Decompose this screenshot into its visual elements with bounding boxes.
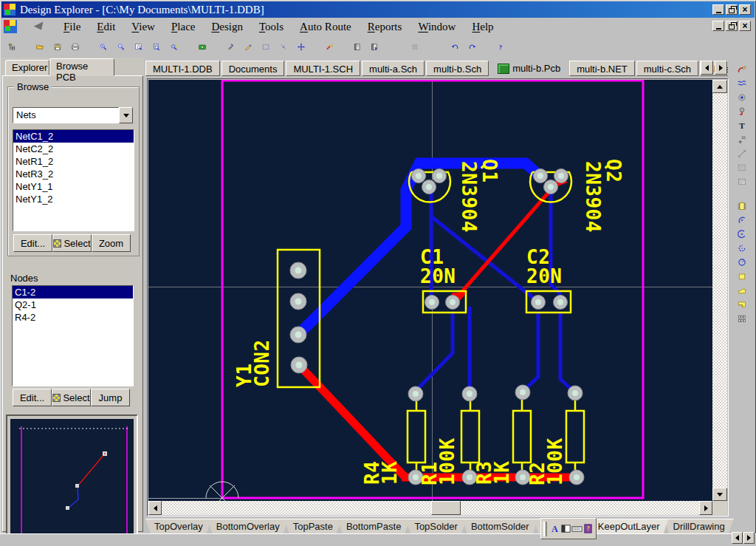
browse-mode-select[interactable]: Nets <box>13 107 133 123</box>
layer-tab[interactable]: DrillDrawing <box>664 519 734 533</box>
layer-tab[interactable]: TopSolder <box>405 519 467 533</box>
node-action-button[interactable]: Select <box>52 389 91 406</box>
doc-tabs-scroll-right-button[interactable] <box>715 61 727 75</box>
explorer-panel-toggle-icon[interactable] <box>3 38 21 55</box>
interactive-routing-icon[interactable] <box>733 62 751 76</box>
layer-tab[interactable]: BottomOverlay <box>207 519 289 533</box>
horizontal-scroll-track[interactable] <box>162 501 699 515</box>
place-room-icon[interactable] <box>733 160 751 174</box>
scroll-left-button[interactable] <box>148 501 162 515</box>
menu-item[interactable]: Tools <box>251 19 292 35</box>
doc-tab[interactable]: multi-a.Sch <box>362 61 425 76</box>
restore-button[interactable] <box>726 4 738 15</box>
redo-icon[interactable] <box>464 38 481 55</box>
layer-tab[interactable]: TopPaste <box>284 519 342 533</box>
menu-item[interactable]: Design <box>203 19 251 35</box>
horizontal-scroll-thumb[interactable] <box>431 501 461 515</box>
library-browse-icon[interactable] <box>366 38 384 55</box>
doc-tab[interactable]: multi-c.Sch <box>636 61 698 76</box>
save-icon[interactable] <box>49 38 66 55</box>
edit-pencil-icon[interactable] <box>239 38 257 55</box>
net-action-button[interactable]: Zoom <box>92 234 131 252</box>
node-item[interactable]: R4-2 <box>13 311 133 324</box>
node-item[interactable]: Q2-1 <box>13 298 133 311</box>
browse-mode-dropdown-button[interactable] <box>119 107 133 123</box>
grid-toggle-icon[interactable] <box>406 38 424 55</box>
undo-icon[interactable] <box>446 38 464 55</box>
zoom-out-icon[interactable] <box>112 38 130 55</box>
zoom-in-icon[interactable] <box>94 38 112 55</box>
board-view-icon[interactable] <box>193 38 211 55</box>
net-action-button[interactable]: Select <box>52 234 92 252</box>
layer-tab[interactable]: BottomSolder <box>462 519 538 533</box>
panels-toggle-icon[interactable] <box>560 523 571 535</box>
tab-explorer[interactable]: Explorer <box>5 60 49 75</box>
menu-item[interactable]: Window <box>410 19 464 35</box>
keyboard-icon[interactable] <box>571 523 583 535</box>
horizontal-scrollbar[interactable] <box>148 501 712 515</box>
menu-item[interactable]: Edit <box>89 19 123 35</box>
document-icon[interactable] <box>4 20 17 33</box>
place-pad-icon[interactable] <box>733 90 751 104</box>
net-item[interactable]: NetY1_2 <box>13 193 134 205</box>
net-item[interactable]: NetC2_2 <box>13 143 134 155</box>
wizard-wand-icon[interactable] <box>320 38 338 55</box>
open-document-icon[interactable] <box>31 38 49 55</box>
system-menu-arrow-icon[interactable] <box>34 21 46 32</box>
toolbar-grip[interactable] <box>543 522 547 536</box>
menu-item[interactable]: File <box>55 19 89 35</box>
node-item[interactable]: C1-2 <box>13 286 133 298</box>
layer-tab[interactable]: BottomPaste <box>337 519 410 533</box>
zoom-document-icon[interactable] <box>148 38 165 55</box>
place-via-icon[interactable] <box>733 104 751 118</box>
layer-tabs-scroll-right-button[interactable] <box>743 532 755 544</box>
any-angle-arc-icon[interactable] <box>733 241 751 255</box>
net-item[interactable]: NetR3_2 <box>13 168 134 180</box>
polygon-plane-icon[interactable] <box>733 283 751 297</box>
deselect-icon[interactable] <box>275 38 292 55</box>
help-icon[interactable] <box>492 38 509 55</box>
edge-arc-icon[interactable] <box>733 213 751 227</box>
place-hatched-fill-icon[interactable] <box>733 174 751 188</box>
split-plane-icon[interactable] <box>733 297 751 311</box>
doc-tab-active[interactable]: multi-b.Pcb <box>490 61 568 76</box>
pcb-canvas[interactable]: Q1 2N3904 Q2 2N3904 C1 20N C2 20N Y1 CON… <box>148 80 712 501</box>
doc-tab[interactable]: Documents <box>221 61 285 76</box>
menu-item[interactable]: Reports <box>360 19 410 35</box>
select-area-icon[interactable] <box>257 38 275 55</box>
doc-tab[interactable]: MULTI-1.DDB <box>145 61 220 76</box>
net-item[interactable]: NetR1_2 <box>13 155 134 168</box>
scroll-down-button[interactable] <box>712 488 727 501</box>
doc-tab[interactable]: MULTI-1.SCH <box>286 61 360 76</box>
annotate-text-icon[interactable] <box>549 523 560 535</box>
menu-item[interactable]: Place <box>163 19 203 35</box>
scroll-up-button[interactable] <box>712 80 727 93</box>
vertical-scrollbar[interactable] <box>712 80 727 501</box>
paste-array-icon[interactable] <box>733 311 751 325</box>
clear-highlight-icon[interactable] <box>221 38 239 55</box>
board-preview[interactable] <box>6 414 138 546</box>
child-close-button[interactable]: × <box>739 21 751 31</box>
place-string-icon[interactable] <box>733 118 751 132</box>
scroll-right-button[interactable] <box>699 501 712 515</box>
minimize-button[interactable] <box>712 4 724 15</box>
layer-tab[interactable]: KeepOutLayer <box>589 519 669 533</box>
full-circle-icon[interactable] <box>733 255 751 269</box>
doc-tab[interactable]: multi-b.Sch <box>426 61 489 76</box>
zoom-point-icon[interactable] <box>165 38 183 55</box>
menu-item[interactable]: Help <box>464 19 501 35</box>
zoom-window-icon[interactable] <box>130 38 148 55</box>
center-arc-icon[interactable] <box>733 227 751 241</box>
place-component-icon[interactable] <box>733 199 751 213</box>
child-minimize-button[interactable] <box>712 21 724 31</box>
net-action-button[interactable]: Edit... <box>13 234 52 252</box>
menu-item[interactable]: Auto Route <box>292 19 360 35</box>
doc-tab[interactable]: multi-b.NET <box>569 61 635 76</box>
node-action-button[interactable]: Jump <box>91 389 130 406</box>
place-fill-icon[interactable] <box>733 269 751 283</box>
close-button[interactable]: × <box>739 4 751 15</box>
layer-tab[interactable]: TopOverlay <box>145 519 212 533</box>
node-action-button[interactable]: Edit... <box>13 389 52 406</box>
layer-tabs-scroll-left-button[interactable] <box>732 532 743 544</box>
multiple-traces-icon[interactable] <box>733 76 751 90</box>
